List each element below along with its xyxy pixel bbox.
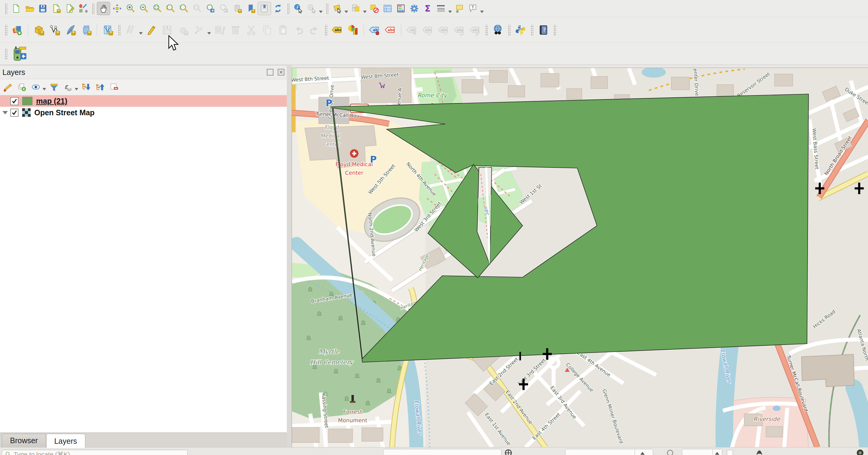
zoom-in-button[interactable] <box>124 2 137 15</box>
toolbar-drag-handle[interactable] <box>553 25 556 35</box>
select-features-dropdown-icon[interactable] <box>344 11 348 13</box>
metasearch-button[interactable] <box>490 23 505 38</box>
open-layer-styling-button[interactable] <box>2 81 14 93</box>
locator-search[interactable]: Type to locate (⌘K) <box>2 450 188 455</box>
new-mesh-layer-button[interactable]: * <box>100 23 115 38</box>
toolbar-drag-handle[interactable] <box>5 48 7 59</box>
save-project-button[interactable] <box>36 2 49 15</box>
current-edits-dropdown-icon[interactable] <box>139 32 143 35</box>
pan-map-to-selection-button[interactable] <box>111 2 124 15</box>
tab-browser[interactable]: Browser <box>2 434 46 447</box>
pin-unpin-labels-button[interactable]: ab <box>367 23 382 38</box>
filter-legend-by-expression-dropdown-icon[interactable] <box>75 88 78 90</box>
measure-line-dropdown-icon[interactable] <box>448 11 452 13</box>
open-attribute-table-button[interactable] <box>381 2 394 15</box>
toolbar-drag-handle[interactable] <box>530 25 533 35</box>
scale-combo[interactable] <box>565 449 653 455</box>
manage-map-themes-dropdown-icon[interactable] <box>42 88 46 90</box>
toolbar-drag-handle[interactable] <box>5 3 7 14</box>
run-feature-action-dropdown-icon[interactable] <box>319 11 322 13</box>
refresh-map-button[interactable] <box>272 2 284 15</box>
select-features-by-value-button[interactable] <box>349 2 362 15</box>
zoom-to-layer-button[interactable] <box>178 2 190 15</box>
render-checkbox[interactable] <box>727 450 733 455</box>
toolbar-drag-handle[interactable] <box>287 3 289 14</box>
python-console-button[interactable] <box>513 23 528 38</box>
new-print-layout-button[interactable]: * <box>50 2 63 15</box>
deselect-features-button[interactable] <box>368 2 380 15</box>
open-field-calculator-button[interactable] <box>395 2 407 15</box>
processing-toolbox-button[interactable] <box>408 2 421 15</box>
layer-labeling-options-button[interactable]: abc <box>330 23 345 38</box>
close-panel-icon[interactable]: × <box>278 69 284 75</box>
crs-icon[interactable] <box>856 449 864 455</box>
layer-checkbox[interactable] <box>10 108 19 117</box>
collapse-all-button[interactable] <box>94 81 106 93</box>
map-canvas[interactable]: West 8th StreetWest 8th StreetGeeway Dri… <box>292 68 868 447</box>
toolbar-drag-handle[interactable] <box>118 25 121 35</box>
vertex-tool-dropdown-icon[interactable] <box>207 32 211 35</box>
text-annotation-dropdown-icon[interactable] <box>480 11 484 13</box>
tab-layers[interactable]: Layers <box>46 434 85 448</box>
toolbar-separator <box>364 24 364 36</box>
zoom-out-icon <box>139 4 149 13</box>
layer-checkbox[interactable] <box>10 97 19 105</box>
panel-splitter[interactable] <box>287 65 292 455</box>
new-project-button[interactable] <box>10 2 23 15</box>
new-geopackage-layer-button[interactable]: * <box>31 23 46 38</box>
layer-diagram-options-button[interactable] <box>345 23 361 38</box>
redo-icon <box>309 24 320 36</box>
pan-map-button[interactable] <box>97 2 110 15</box>
show-statistical-summary-button[interactable]: Σ <box>421 2 434 15</box>
layer-label: Open Street Map <box>34 108 95 117</box>
gps-tools-button[interactable] <box>10 44 30 63</box>
coordinate-box[interactable] <box>383 449 501 455</box>
filter-legend-button[interactable] <box>48 81 60 93</box>
extents-icon[interactable] <box>504 449 512 455</box>
new-spatialite-layer-button[interactable]: * <box>63 23 78 38</box>
expand-all-button[interactable] <box>80 81 92 93</box>
help-icon: ? <box>537 24 549 36</box>
identify-features-button[interactable]: i <box>292 2 305 15</box>
new-spatial-bookmark-button[interactable]: * <box>244 2 257 15</box>
toolbar-drag-handle[interactable] <box>5 25 7 35</box>
toggle-editing-icon <box>146 24 157 36</box>
messages-icon[interactable] <box>755 449 764 455</box>
float-panel-icon[interactable] <box>267 69 274 75</box>
new-virtual-layer-button[interactable]: * <box>79 23 94 38</box>
zoom-last-button[interactable] <box>204 2 217 15</box>
toolbar-drag-handle[interactable] <box>485 25 488 35</box>
remove-layer-group-button[interactable] <box>108 81 120 93</box>
text-annotation-button[interactable]: T <box>466 2 479 15</box>
select-features-by-value-dropdown-icon[interactable] <box>363 11 367 13</box>
zoom-to-selection-button[interactable] <box>164 2 177 15</box>
map-tips-button[interactable] <box>453 2 466 15</box>
toolbar-drag-handle[interactable] <box>508 25 510 35</box>
select-features-button[interactable] <box>331 2 344 15</box>
measure-line-button[interactable] <box>435 2 447 15</box>
new-shapefile-layer-button[interactable]: * <box>47 23 62 38</box>
zoom-full-button[interactable] <box>151 2 163 15</box>
open-data-source-manager-button[interactable] <box>10 23 25 38</box>
toolbar-drag-handle[interactable] <box>326 3 329 14</box>
layer-item-map-21[interactable]: map (21) <box>0 95 287 107</box>
expand-caret-icon[interactable] <box>2 111 8 115</box>
map-label: Riverside <box>753 416 780 422</box>
new-map-view-button[interactable]: * <box>231 2 244 15</box>
open-project-button[interactable] <box>23 2 36 15</box>
magnifier-spinbox[interactable] <box>682 449 722 455</box>
highlight-pinned-labels-button[interactable]: abc <box>383 23 398 38</box>
show-spatial-bookmarks-button[interactable] <box>258 2 271 15</box>
zoom-out-button[interactable] <box>137 2 150 15</box>
layer-item-open-street-map[interactable]: Open Street Map <box>0 107 287 118</box>
add-group-button[interactable] <box>16 81 28 93</box>
filter-legend-by-expression-button[interactable]: ε <box>62 81 74 93</box>
toggle-editing-button[interactable] <box>144 23 159 38</box>
toolbar-drag-handle[interactable] <box>324 25 327 35</box>
manage-map-themes-button[interactable] <box>30 81 42 93</box>
help-contents-button[interactable]: ? <box>536 23 551 38</box>
magnifier-level-icon[interactable] <box>666 449 674 455</box>
style-manager-button[interactable]: a <box>76 2 89 15</box>
show-layout-manager-button[interactable] <box>63 2 76 15</box>
toolbar-drag-handle[interactable] <box>92 3 94 14</box>
